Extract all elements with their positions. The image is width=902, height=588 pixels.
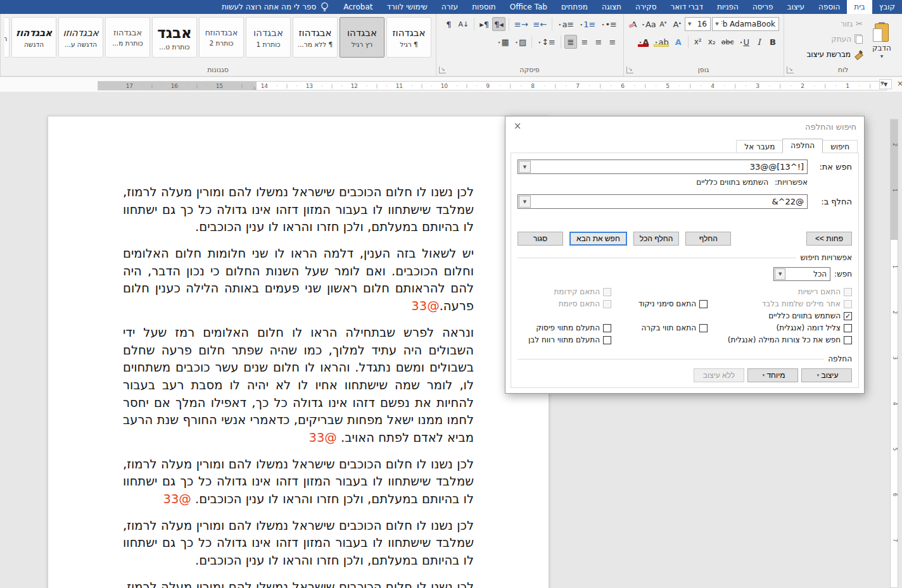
numbered-list-button[interactable]: 1≡▾	[577, 17, 597, 31]
dialog-tab[interactable]: מעבר אל	[736, 140, 783, 153]
align-left-button[interactable]: ≡	[578, 35, 591, 49]
special-button[interactable]: מיוחד▼	[747, 368, 798, 382]
search-option-checkbox: התאם סיומת	[518, 299, 611, 308]
chevron-down-icon: ▼	[816, 373, 820, 377]
replace-with-input[interactable]: @22^&	[531, 197, 807, 206]
sort-button[interactable]: A↓	[456, 17, 471, 31]
document-text-area[interactable]: לכן נשנו לו חלום הכוכבים שישראל נמשלו לה…	[48, 116, 549, 588]
format-button[interactable]: עיצוב▼	[801, 368, 852, 382]
menu-tab[interactable]: מפתחים	[554, 0, 595, 14]
style-card[interactable]: אבגדהוכותרת 1	[246, 17, 291, 58]
menu-tab[interactable]: Office Tab	[503, 0, 554, 14]
chevron-down-icon[interactable]: ▼	[519, 161, 531, 173]
superscript-button[interactable]: x²	[692, 35, 704, 49]
tell-me-box[interactable]: ספר לי מה אתה רוצה לעשות	[214, 0, 336, 14]
replace-button[interactable]: החלף	[685, 232, 731, 246]
shrink-font-button[interactable]: A	[657, 17, 670, 31]
rtl-direction-button[interactable]: ¶◂	[492, 17, 505, 31]
ruler-tick: ·	[296, 84, 297, 89]
italic-button[interactable]: I	[753, 35, 765, 49]
dialog-tab[interactable]: חיפוש	[822, 140, 858, 153]
find-next-button[interactable]: חפש את הבא	[569, 232, 627, 246]
search-option-checkbox[interactable]: התאם תווי בקרה	[611, 323, 708, 332]
menu-tab[interactable]: הפניות	[710, 0, 746, 14]
menu-tab[interactable]: עיצוב	[780, 0, 812, 14]
search-option-checkbox[interactable]: צליל דומה (אנגלית)	[708, 323, 852, 332]
less-button[interactable]: פחות >>	[806, 232, 852, 246]
chevron-down-icon[interactable]: ▼	[519, 196, 531, 208]
increase-indent-button[interactable]: ≡→	[512, 17, 530, 31]
search-option-checkbox[interactable]: התעלם מתווי פיסוק	[518, 323, 611, 332]
search-option-checkbox[interactable]: התעלם מתווי רווח לבן	[518, 335, 611, 344]
menu-tab[interactable]: דברי דואר	[664, 0, 710, 14]
search-option-checkbox[interactable]: השתמש בתווים כלליים	[708, 311, 852, 320]
clear-formatting-button[interactable]: A	[628, 17, 640, 31]
paste-button[interactable]: הדבק ▼	[865, 16, 898, 63]
align-right-button[interactable]: ≡	[606, 35, 619, 49]
subscript-button[interactable]: x₂	[706, 35, 718, 49]
multilevel-list-button[interactable]: a≡▾	[556, 17, 576, 31]
paragraph-dialog-launcher[interactable]: ↘	[439, 66, 446, 73]
style-card[interactable]: אבגדהוזהדגשה	[11, 17, 56, 58]
justify-button[interactable]: ≣	[564, 35, 577, 49]
checkbox-label: צליל דומה (אנגלית)	[777, 323, 841, 332]
dialog-tab[interactable]: החלפה	[782, 139, 823, 153]
line-spacing-button[interactable]: ↕≡▾	[535, 35, 557, 49]
font-size-combo[interactable]: 16 ▼	[685, 17, 711, 31]
menu-tab[interactable]: קובץ	[872, 0, 902, 14]
menu-tab[interactable]: תוספות	[465, 0, 503, 14]
style-card[interactable]: אבגדהוזכותרת מ...	[105, 17, 150, 58]
menu-tab[interactable]: תצוגה	[595, 0, 628, 14]
borders-button[interactable]: ▦▾	[495, 35, 511, 49]
bold-button[interactable]: B	[766, 35, 779, 49]
first-line-indent-marker[interactable]: ▼	[880, 81, 884, 86]
decrease-indent-button[interactable]: ≡←	[531, 17, 549, 31]
ruler-tick: ·	[499, 84, 500, 89]
font-name-combo[interactable]: Fb AdamaBook ▼	[712, 17, 779, 31]
style-card[interactable]: אבגדהוז¶ רגיל	[386, 17, 431, 58]
cut-button[interactable]: ✂ גזור	[806, 17, 863, 30]
grow-font-button[interactable]: A	[671, 17, 683, 31]
replace-with-combo: @22^& ▼	[518, 194, 808, 209]
clipboard-dialog-launcher[interactable]: ↘	[787, 66, 794, 73]
align-center-button[interactable]: ≡	[592, 35, 605, 49]
paste-icon	[873, 22, 891, 42]
underline-button[interactable]: U▾	[737, 35, 751, 49]
menu-tab[interactable]: פריסה	[746, 0, 780, 14]
format-painter-button[interactable]: מברשת עיצוב	[806, 47, 863, 61]
menu-tab[interactable]: סקירה	[628, 0, 664, 14]
bullet-list-button[interactable]: •≡▾	[599, 17, 619, 31]
style-card[interactable]: אבגדכותרת ט...	[152, 17, 197, 58]
style-card[interactable]: אבגדהורץ רגיל	[340, 17, 384, 58]
search-option-checkbox[interactable]: התאם סימני ניקוד	[611, 299, 708, 308]
find-what-input[interactable]: [!^13]@@33	[531, 162, 807, 172]
font-color-button[interactable]: A▾	[636, 35, 651, 49]
ltr-direction-button[interactable]: ▸¶	[478, 17, 491, 31]
shading-button[interactable]: ▨▾	[512, 35, 528, 49]
no-formatting-button[interactable]: ללא עיצוב	[694, 368, 744, 382]
style-card[interactable]: אבגדהוז¶ ללא מר...	[293, 17, 338, 58]
close-icon[interactable]: ×	[512, 120, 523, 132]
menu-tab[interactable]: עזרה	[435, 0, 465, 14]
style-card[interactable]: אבגדהוזחכותרת 2	[199, 17, 244, 58]
text-effects-button[interactable]: A	[672, 35, 685, 49]
font-dialog-launcher[interactable]: ↘	[626, 66, 633, 73]
menu-tab[interactable]: שימושי לוורד	[380, 0, 435, 14]
search-option-checkbox[interactable]: חפש את כל צורות המילה (אנגלית)	[708, 335, 852, 344]
replace-all-button[interactable]: החלף הכל	[633, 232, 679, 246]
menu-tab[interactable]: Acrobat	[336, 0, 379, 14]
style-card[interactable]: ה...	[4, 17, 10, 58]
copy-button[interactable]: העתק	[806, 32, 863, 46]
search-scope-select[interactable]: הכל ▼	[773, 267, 830, 281]
menu-tab[interactable]: בית	[847, 0, 872, 14]
close-icon[interactable]: ×	[894, 79, 902, 89]
close-button[interactable]: סגור	[518, 232, 563, 246]
indent-marker[interactable]: △	[252, 85, 257, 91]
menu-tab[interactable]: הוספה	[811, 0, 847, 14]
style-card[interactable]: אבגדהוזוהדגשה ע...	[58, 17, 103, 58]
highlight-color-button[interactable]: ab▾	[652, 35, 670, 49]
change-case-button[interactable]: Aa▾	[642, 17, 656, 31]
show-marks-button[interactable]: ¶	[442, 17, 455, 31]
strikethrough-button[interactable]: abc	[720, 35, 736, 49]
ruler-tick: |	[825, 84, 826, 89]
